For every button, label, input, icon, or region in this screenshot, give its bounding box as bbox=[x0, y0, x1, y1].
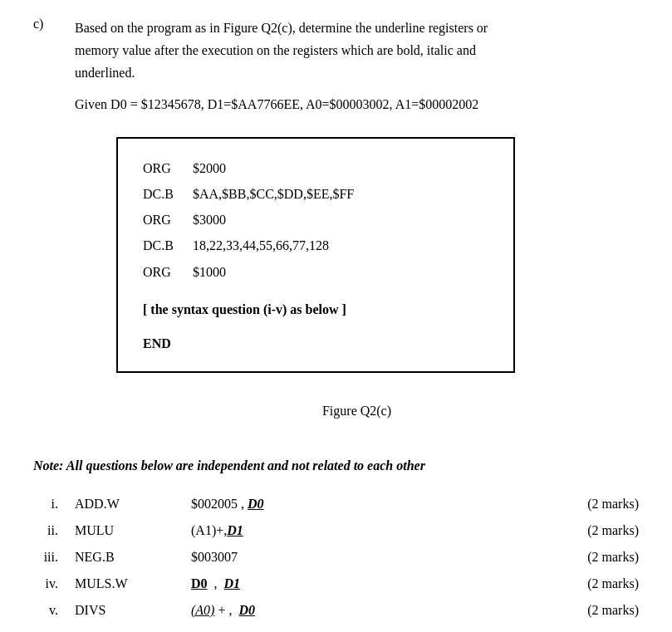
code-col1-5: ORG bbox=[143, 259, 193, 285]
q-marks-ii: (2 marks) bbox=[556, 523, 639, 538]
q-num-iii: iii. bbox=[33, 550, 75, 565]
question-part-c: c) Based on the program as in Figure Q2(… bbox=[33, 17, 639, 442]
code-table: ORG $2000 DC.B $AA,$BB,$CC,$DD,$EE,$FF O… bbox=[143, 155, 370, 285]
code-col2-3: $3000 bbox=[193, 207, 370, 233]
syntax-note-text: [ the syntax question (i-v) as below ] bbox=[143, 302, 346, 316]
code-row-4: DC.B 18,22,33,44,55,66,77,128 bbox=[143, 233, 370, 258]
question-line1: Based on the program as in Figure Q2(c),… bbox=[75, 21, 488, 35]
q-operand-v: (A0) + , D0 bbox=[158, 603, 556, 618]
code-row-2: DC.B $AA,$BB,$CC,$DD,$EE,$FF bbox=[143, 181, 370, 207]
given-values: D0 = $12345678, D1=$AA7766EE, A0=$000030… bbox=[110, 97, 478, 111]
questions-section: i. ADD.W $002005 , D0 (2 marks) ii. MULU… bbox=[33, 497, 639, 618]
code-box-wrapper: ORG $2000 DC.B $AA,$BB,$CC,$DD,$EE,$FF O… bbox=[116, 129, 639, 386]
q-instruction-ii: MULU bbox=[75, 523, 158, 538]
q-marks-iv: (2 marks) bbox=[556, 576, 639, 591]
q-operand-iv-d0: D0 bbox=[191, 576, 208, 590]
part-label: c) bbox=[33, 17, 58, 442]
code-row-3: ORG $3000 bbox=[143, 207, 370, 233]
q-row-iii: iii. NEG.B $003007 (2 marks) bbox=[33, 550, 639, 565]
end-line: END bbox=[143, 332, 488, 355]
q-instruction-i: ADD.W bbox=[75, 497, 158, 512]
figure-caption: Figure Q2(c) bbox=[75, 399, 639, 422]
q-operand-ii-d1: D1 bbox=[227, 523, 243, 537]
q-marks-v: (2 marks) bbox=[556, 603, 639, 618]
q-operand-ii: (A1)+,D1 bbox=[158, 523, 556, 538]
q-operand-v-a0: (A0) bbox=[191, 603, 214, 617]
q-operand-v-d0: D0 bbox=[238, 603, 255, 617]
code-row-1: ORG $2000 bbox=[143, 155, 370, 181]
question-text: Based on the program as in Figure Q2(c),… bbox=[75, 17, 639, 442]
code-col2-1: $2000 bbox=[193, 155, 370, 181]
code-col2-4: 18,22,33,44,55,66,77,128 bbox=[193, 233, 370, 258]
code-col2-5: $1000 bbox=[193, 259, 370, 285]
question-line2: memory value after the execution on the … bbox=[75, 43, 476, 57]
syntax-note: [ the syntax question (i-v) as below ] bbox=[143, 298, 488, 321]
page: c) Based on the program as in Figure Q2(… bbox=[33, 17, 639, 618]
end-text: END bbox=[143, 336, 171, 350]
q-operand-iii: $003007 bbox=[158, 550, 556, 565]
q-row-i: i. ADD.W $002005 , D0 (2 marks) bbox=[33, 497, 639, 512]
given-line: Given D0 = $12345678, D1=$AA7766EE, A0=$… bbox=[75, 93, 639, 115]
q-row-iv: iv. MULS.W D0 , D1 (2 marks) bbox=[33, 576, 639, 591]
q-marks-iii: (2 marks) bbox=[556, 550, 639, 565]
code-col2-2: $AA,$BB,$CC,$DD,$EE,$FF bbox=[193, 181, 370, 207]
q-instruction-iv: MULS.W bbox=[75, 576, 158, 591]
q-row-v: v. DIVS (A0) + , D0 (2 marks) bbox=[33, 603, 639, 618]
q-operand-iv-d1: D1 bbox=[224, 576, 241, 590]
q-num-v: v. bbox=[33, 603, 75, 618]
q-instruction-v: DIVS bbox=[75, 603, 158, 618]
q-num-i: i. bbox=[33, 497, 75, 512]
code-col1-2: DC.B bbox=[143, 181, 193, 207]
code-box: ORG $2000 DC.B $AA,$BB,$CC,$DD,$EE,$FF O… bbox=[116, 137, 515, 373]
code-col1-4: DC.B bbox=[143, 233, 193, 258]
code-col1-1: ORG bbox=[143, 155, 193, 181]
q-instruction-iii: NEG.B bbox=[75, 550, 158, 565]
q-operand-i: $002005 , D0 bbox=[158, 497, 556, 512]
q-operand-iv: D0 , D1 bbox=[158, 576, 556, 591]
code-col1-3: ORG bbox=[143, 207, 193, 233]
q-num-ii: ii. bbox=[33, 523, 75, 538]
question-line3: underlined. bbox=[75, 66, 135, 80]
given-label: Given bbox=[75, 97, 107, 111]
q-marks-i: (2 marks) bbox=[556, 497, 639, 512]
note-line: Note: All questions below are independen… bbox=[33, 455, 639, 477]
q-operand-i-d0: D0 bbox=[248, 497, 264, 511]
q-num-iv: iv. bbox=[33, 576, 75, 591]
q-row-ii: ii. MULU (A1)+,D1 (2 marks) bbox=[33, 523, 639, 538]
code-row-5: ORG $1000 bbox=[143, 259, 370, 285]
